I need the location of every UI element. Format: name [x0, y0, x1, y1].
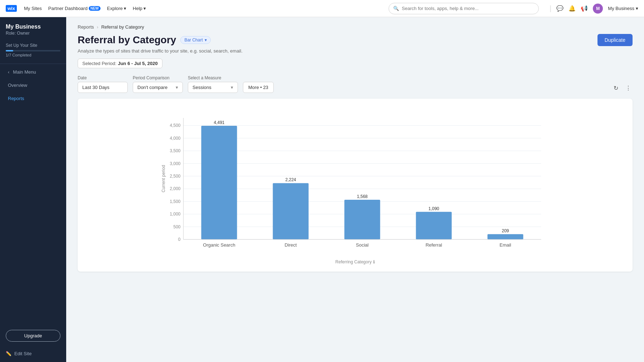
svg-rect-29: [416, 212, 452, 239]
explore-link[interactable]: Explore ▾: [107, 6, 126, 11]
new-badge: NEW: [89, 6, 101, 11]
controls-row: Date Last 30 Days Period Comparison Don'…: [78, 75, 633, 93]
svg-text:1,090: 1,090: [428, 206, 439, 211]
svg-text:2,224: 2,224: [285, 177, 296, 182]
help-label: Help: [133, 6, 142, 11]
search-icon: 🔍: [393, 6, 399, 11]
svg-rect-20: [201, 126, 237, 239]
svg-text:4,000: 4,000: [170, 136, 180, 141]
sidebar-role: Role: Owner: [6, 31, 60, 36]
upgrade-button[interactable]: Upgrade: [6, 330, 60, 342]
svg-text:Email: Email: [499, 242, 511, 248]
bar-chart-svg: 05001,0001,5002,0002,5003,0003,5004,0004…: [83, 107, 627, 257]
svg-text:2,500: 2,500: [170, 174, 180, 179]
page-title-row: Referral by Category Bar Chart ▾: [78, 34, 211, 46]
more-button[interactable]: More • 23: [243, 82, 274, 93]
sidebar-item-main-menu[interactable]: ‹ Main Menu: [2, 66, 64, 78]
sidebar-upgrade: Upgrade: [0, 324, 66, 347]
avatar[interactable]: M: [593, 4, 603, 14]
sidebar-divider: [0, 64, 66, 64]
period-comp-value: Don't compare: [137, 85, 167, 90]
controls-right: ↻ ⋮: [612, 83, 633, 93]
x-axis-label: Referring Category ℹ: [83, 259, 627, 264]
more-options-button[interactable]: ⋮: [624, 83, 633, 93]
date-select[interactable]: Last 30 Days: [78, 82, 128, 93]
refresh-button[interactable]: ↻: [612, 83, 620, 93]
measure-label: Select a Measure: [188, 75, 238, 80]
chart-type-badge[interactable]: Bar Chart ▾: [180, 36, 210, 44]
svg-text:Direct: Direct: [285, 242, 297, 248]
progress-text: 1/7 Completed: [6, 53, 60, 57]
svg-text:4,491: 4,491: [214, 120, 224, 125]
period-comp-chevron-icon: ▾: [176, 85, 178, 90]
sidebar: My Business Role: Owner Set Up Your Site…: [0, 17, 66, 362]
breadcrumb: Reports › Referral by Category: [78, 24, 633, 30]
partner-dashboard-label: Partner Dashboard: [48, 6, 88, 11]
search-bar[interactable]: 🔍: [389, 3, 539, 14]
period-label: Selected Period:: [82, 61, 116, 66]
business-chevron-icon: ▾: [636, 6, 638, 11]
period-comp-select[interactable]: Don't compare ▾: [133, 82, 183, 93]
top-navigation: wix My Sites Partner Dashboard NEW Explo…: [0, 0, 644, 17]
svg-text:3,000: 3,000: [170, 161, 180, 166]
breadcrumb-separator: ›: [97, 24, 98, 30]
breadcrumb-reports-link[interactable]: Reports: [78, 24, 94, 30]
date-label: Date: [78, 75, 128, 80]
sidebar-brand-name: My Business: [6, 24, 60, 30]
reports-label: Reports: [8, 96, 24, 101]
sidebar-edit-site[interactable]: ✏️ Edit Site: [0, 347, 66, 362]
page-title: Referral by Category: [78, 34, 176, 46]
main-content: Reports › Referral by Category Referral …: [66, 17, 644, 362]
messages-icon[interactable]: 💬: [556, 5, 564, 12]
edit-site-label: Edit Site: [14, 351, 31, 356]
main-menu-label: Main Menu: [13, 69, 36, 75]
chart-type-chevron-icon: ▾: [205, 38, 207, 43]
x-axis-text: Referring Category: [335, 259, 371, 264]
svg-text:1,500: 1,500: [170, 199, 180, 204]
info-icon[interactable]: ℹ: [373, 259, 375, 264]
date-value: Last 30 Days: [82, 85, 109, 90]
overview-label: Overview: [8, 83, 27, 88]
duplicate-button[interactable]: Duplicate: [597, 34, 633, 46]
business-name-nav[interactable]: My Business ▾: [608, 6, 638, 11]
svg-text:0: 0: [178, 237, 181, 242]
sidebar-item-reports[interactable]: Reports: [2, 92, 64, 105]
chart-container: 05001,0001,5002,0002,5003,0003,5004,0004…: [78, 99, 633, 272]
page-header: Referral by Category Bar Chart ▾ Duplica…: [78, 34, 633, 46]
chart-type-label: Bar Chart: [184, 38, 203, 43]
megaphone-icon[interactable]: 📢: [581, 5, 588, 12]
period-value: Jun 6 - Jul 5, 2020: [118, 61, 157, 66]
svg-text:Organic Search: Organic Search: [203, 242, 235, 248]
svg-text:Current period: Current period: [161, 165, 166, 193]
setup-label: Set Up Your Site: [6, 43, 60, 48]
progress-bar: [6, 50, 60, 51]
topnav-icons: | 💬 🔔 📢 M My Business ▾: [550, 4, 638, 14]
help-chevron-icon: ▾: [143, 6, 146, 11]
svg-text:1,568: 1,568: [357, 194, 367, 199]
sidebar-item-overview[interactable]: Overview: [2, 79, 64, 91]
edit-icon: ✏️: [6, 351, 11, 356]
sidebar-setup: Set Up Your Site 1/7 Completed: [0, 39, 66, 62]
measure-chevron-icon: ▾: [231, 85, 233, 90]
explore-label: Explore: [107, 6, 123, 11]
business-name-label: My Business: [608, 6, 634, 11]
measure-select[interactable]: Sessions ▾: [188, 82, 238, 93]
breadcrumb-current: Referral by Category: [101, 24, 144, 30]
wix-wordmark: wix: [6, 5, 17, 12]
date-control-group: Date Last 30 Days: [78, 75, 128, 93]
svg-text:209: 209: [502, 228, 509, 233]
chart-wrap: 05001,0001,5002,0002,5003,0003,5004,0004…: [83, 107, 627, 257]
period-selector[interactable]: Selected Period: Jun 6 - Jul 5, 2020: [78, 59, 162, 68]
search-input[interactable]: [402, 6, 534, 11]
svg-rect-32: [488, 234, 523, 239]
my-sites-link[interactable]: My Sites: [24, 6, 42, 11]
wix-logo[interactable]: wix: [6, 5, 17, 12]
svg-rect-26: [345, 200, 380, 239]
help-link[interactable]: Help ▾: [133, 6, 146, 11]
period-comp-label: Period Comparison: [133, 75, 183, 80]
svg-text:4,500: 4,500: [170, 123, 180, 128]
explore-chevron-icon: ▾: [124, 6, 126, 11]
partner-dashboard-link[interactable]: Partner Dashboard NEW: [48, 6, 101, 11]
svg-text:3,500: 3,500: [170, 148, 180, 153]
notifications-icon[interactable]: 🔔: [569, 5, 576, 12]
